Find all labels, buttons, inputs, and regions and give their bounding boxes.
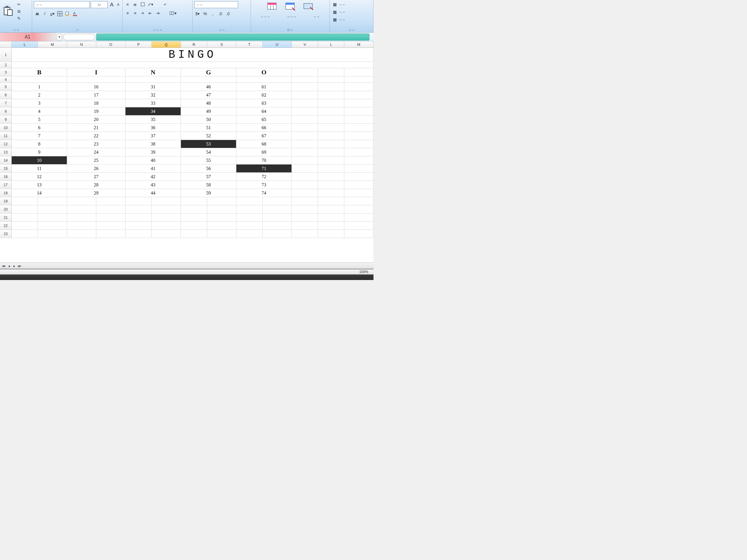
cell[interactable] [318,213,344,222]
decrease-indent-button[interactable]: ⇤ [147,10,153,16]
cell[interactable] [344,205,374,213]
bingo-cell-N-36[interactable]: 36 [126,124,181,132]
column-header-O[interactable]: O [96,42,126,48]
bingo-cell-O-65[interactable]: 65 [236,115,292,124]
cell[interactable] [318,230,344,238]
number-format-input[interactable]: ～～ [194,1,238,8]
wrap-text-button[interactable]: ⤶ [162,1,168,7]
cell[interactable] [344,124,374,132]
row-header-2[interactable]: 2 [0,62,12,68]
font-name-input[interactable]: ～～ [34,1,89,8]
cell[interactable] [318,99,344,107]
cell[interactable] [292,83,318,91]
conditional-format-icon[interactable] [266,1,279,14]
cell[interactable] [126,205,152,213]
bingo-cell-B-2[interactable]: 2 [12,91,67,99]
first-sheet-button[interactable]: ⏮ [2,264,6,268]
align-center-button[interactable]: ≡ [132,10,138,16]
bingo-cell-B-8[interactable]: 8 [12,140,67,148]
cell[interactable] [344,83,374,91]
bingo-cell-I-21[interactable]: 21 [67,124,126,132]
cell[interactable] [318,83,344,91]
cell[interactable] [344,107,374,115]
bingo-cell-N-44[interactable]: 44 [126,189,181,197]
cell[interactable] [12,213,38,222]
bingo-cell-O-62[interactable]: 62 [236,91,292,99]
row-header-5[interactable]: 5 [0,83,12,91]
next-sheet-button[interactable]: ▸ [12,264,16,268]
cell[interactable] [292,99,318,107]
row-header-18[interactable]: 18 [0,189,12,197]
percent-button[interactable]: % [202,10,208,17]
cell[interactable] [318,173,344,181]
cell-styles-icon[interactable] [302,1,315,14]
bingo-cell-B-3[interactable]: 3 [12,99,67,107]
cell[interactable] [181,197,207,205]
cell[interactable] [344,173,374,181]
bingo-cell-O-72[interactable]: 72 [236,173,292,181]
bingo-cell-O-73[interactable]: 73 [236,181,292,189]
bingo-cell-I-16[interactable]: 16 [67,83,126,91]
cell[interactable] [236,222,263,230]
increase-decimal-button[interactable]: .0 [217,10,224,17]
format-painter-icon[interactable]: ✎ [16,15,22,22]
cell[interactable] [344,132,374,140]
cell[interactable] [318,181,344,189]
cell[interactable] [292,124,318,132]
bingo-cell-B-12[interactable]: 12 [12,173,67,181]
cell[interactable] [292,213,318,222]
cell[interactable] [292,189,318,197]
formula-input[interactable] [96,33,369,41]
cell[interactable] [292,76,318,83]
cell[interactable] [318,197,344,205]
delete-cells-icon[interactable]: ▦ [332,9,338,15]
cell[interactable] [344,189,374,197]
cell[interactable] [344,91,374,99]
fx-button[interactable] [63,34,95,40]
cell[interactable] [96,222,126,230]
bingo-cell-O-63[interactable]: 63 [236,99,292,107]
cut-icon[interactable]: ✂ [16,1,22,7]
title-cell[interactable]: BINGO [12,48,374,62]
decrease-font-button[interactable]: A [116,3,121,7]
row-header-22[interactable]: 22 [0,222,12,230]
bingo-cell-O-64[interactable]: 64 [236,107,292,115]
row-header-19[interactable]: 19 [0,197,12,205]
bingo-header-O[interactable]: O [236,68,292,76]
cell[interactable] [126,222,152,230]
cell[interactable] [318,148,344,156]
orientation-button[interactable]: ⤢▾ [147,1,153,7]
increase-font-button[interactable]: A [109,2,115,8]
cell[interactable] [181,222,207,230]
cell[interactable] [344,164,374,173]
bingo-cell-B-14[interactable]: 14 [12,189,67,197]
column-header-T[interactable]: T [236,42,263,48]
row-header-15[interactable]: 15 [0,164,12,173]
zoom-level[interactable]: 100% [359,270,368,274]
column-header-L[interactable]: L [318,42,344,48]
cell[interactable] [152,213,181,222]
cell[interactable] [292,91,318,99]
bingo-cell-O-68[interactable]: 68 [236,140,292,148]
bingo-cell-B-5[interactable]: 5 [12,115,67,124]
bingo-cell-I-26[interactable]: 26 [67,164,126,173]
cell[interactable] [318,115,344,124]
bingo-cell-I-29[interactable]: 29 [67,189,126,197]
row-header-17[interactable]: 17 [0,181,12,189]
cell[interactable] [67,222,96,230]
increase-indent-button[interactable]: ⇥ [155,10,161,16]
spreadsheet-grid[interactable]: 1BINGO23BINGO451163146616217324762731833… [0,48,374,263]
bingo-cell-O-71[interactable]: 71 [236,164,292,173]
cell[interactable] [67,76,126,83]
bingo-cell-B-11[interactable]: 11 [12,164,67,173]
cell[interactable] [344,156,374,164]
cell[interactable] [318,189,344,197]
bold-button[interactable]: ʍ [34,10,40,17]
cell[interactable] [207,222,236,230]
cell[interactable] [263,213,292,222]
cell[interactable] [38,205,67,213]
row-header-21[interactable]: 21 [0,213,12,222]
cell[interactable] [344,140,374,148]
cell[interactable] [12,76,67,83]
select-all-corner[interactable] [0,42,12,48]
